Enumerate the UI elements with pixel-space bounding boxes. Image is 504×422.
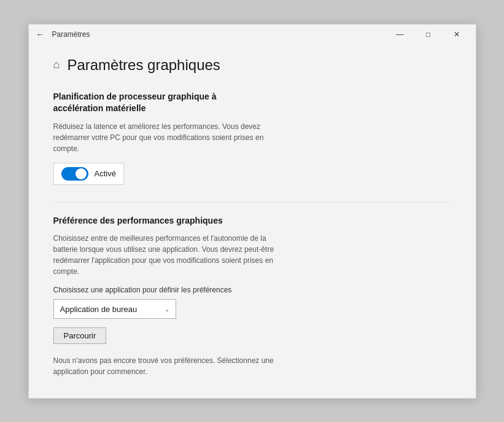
toggle-thumb [76, 168, 87, 179]
title-bar-controls: — □ ✕ [386, 25, 471, 44]
main-window: ← Paramètres — □ ✕ ⌂ Paramètres graphiqu… [28, 24, 476, 399]
minimize-button[interactable]: — [386, 25, 414, 44]
app-type-dropdown[interactable]: Application de bureau ⌄ [53, 299, 176, 319]
dropdown-label: Choisissez une application pour définir … [53, 286, 451, 294]
section-divider [53, 202, 451, 203]
gpu-scheduling-title: Planification de processeur graphique àa… [53, 91, 451, 115]
graphics-preference-description: Choisissez entre de meilleures performan… [53, 233, 287, 277]
page-header: ⌂ Paramètres graphiques [53, 57, 451, 74]
title-bar: ← Paramètres — □ ✕ [29, 25, 476, 44]
toggle-track [61, 167, 88, 181]
browse-button[interactable]: Parcourir [53, 327, 107, 344]
gpu-scheduling-toggle[interactable] [61, 167, 88, 181]
window-title: Paramètres [52, 30, 90, 39]
title-bar-left: ← Paramètres [34, 28, 90, 41]
graphics-preference-section: Préférence des performances graphiques C… [53, 215, 451, 378]
gpu-scheduling-section: Planification de processeur graphique àa… [53, 91, 451, 185]
gpu-scheduling-description: Réduisez la latence et améliorez les per… [53, 121, 287, 154]
chevron-down-icon: ⌄ [165, 306, 169, 313]
toggle-wrapper[interactable]: Activé [53, 163, 124, 185]
back-button[interactable]: ← [34, 28, 47, 41]
home-icon: ⌂ [53, 58, 60, 71]
no-preferences-text: Nous n'avons pas encore trouvé vos préfé… [53, 355, 287, 377]
page-title: Paramètres graphiques [67, 57, 220, 74]
maximize-button[interactable]: □ [414, 25, 443, 44]
dropdown-value: Application de bureau [60, 305, 138, 314]
toggle-label: Activé [95, 169, 116, 178]
close-button[interactable]: ✕ [443, 25, 471, 44]
content-area: ⌂ Paramètres graphiques Planification de… [29, 44, 476, 398]
graphics-preference-title: Préférence des performances graphiques [53, 215, 451, 227]
